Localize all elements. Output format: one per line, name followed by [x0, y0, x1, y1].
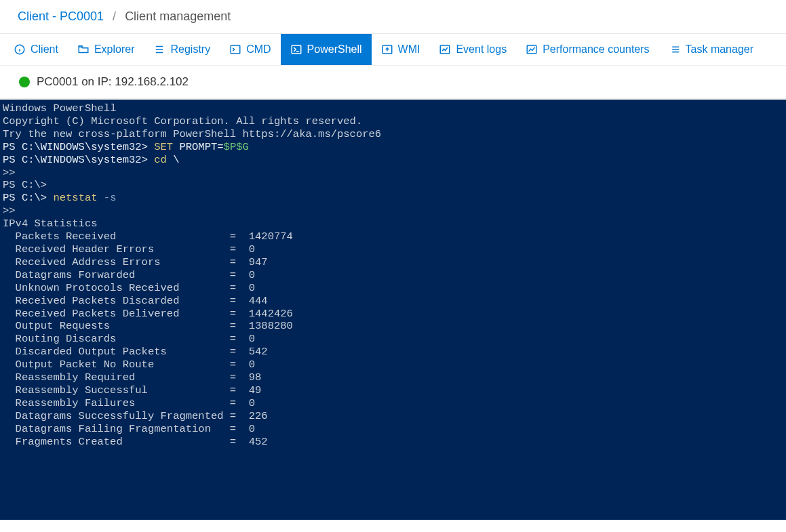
tab-registry[interactable]: Registry: [144, 34, 220, 65]
stats-value: 226: [249, 410, 268, 423]
image-alt-icon: [526, 43, 538, 56]
svg-rect-6: [231, 45, 240, 54]
powershell-terminal[interactable]: Windows PowerShellCopyright (C) Microsof…: [0, 100, 786, 520]
info-circle-icon: [14, 43, 26, 56]
stats-value: 947: [249, 256, 268, 269]
ps-token: cd: [154, 154, 167, 166]
stats-value: 0: [249, 423, 255, 436]
stats-row: Datagrams Forwarded= 0: [16, 269, 783, 282]
tab-client[interactable]: Client: [4, 34, 68, 65]
status-dot-icon: [19, 77, 30, 87]
ipv4-statistics: Packets Received= 1420774Received Header…: [16, 230, 783, 448]
stats-row: Received Packets Delivered= 1442426: [16, 308, 783, 321]
ps-token: netstat: [53, 192, 97, 204]
list-tree-icon: [153, 43, 165, 56]
stats-eq: =: [230, 410, 249, 423]
list-icon: [669, 43, 681, 56]
stats-value: 1388280: [249, 320, 293, 333]
stats-value: 452: [249, 436, 268, 449]
terminal-line: PS C:\WINDOWS\system32> cd \: [3, 154, 783, 167]
stats-value: 49: [249, 384, 262, 397]
stats-eq: =: [230, 359, 249, 371]
tab-events[interactable]: Event logs: [429, 34, 516, 65]
tab-label: Event logs: [456, 43, 507, 56]
tab-perf[interactable]: Performance counters: [516, 34, 659, 65]
stats-label: Fragments Created: [16, 436, 230, 449]
stats-eq: =: [230, 295, 249, 308]
tab-tasks[interactable]: Task manager: [659, 34, 764, 65]
stats-value: 444: [249, 295, 268, 308]
stats-row: Received Address Errors= 947: [16, 256, 783, 269]
stats-row: Packets Received= 1420774: [16, 230, 783, 243]
terminal-line: IPv4 Statistics: [3, 218, 783, 230]
stats-value: 1442426: [249, 308, 293, 321]
terminal-line: Try the new cross-platform PowerShell ht…: [3, 128, 783, 141]
stats-row: Unknown Protocols Received= 0: [16, 282, 783, 295]
tab-label: Client: [31, 43, 58, 56]
terminal-line: PS C:\WINDOWS\system32> SET PROMPT=$P$G: [3, 141, 783, 154]
stats-eq: =: [230, 371, 249, 384]
powershell-icon: [290, 43, 302, 56]
stats-label: Datagrams Successfully Fragmented: [16, 410, 230, 423]
stats-value: 0: [249, 243, 255, 256]
breadcrumb-separator: /: [113, 9, 116, 23]
stats-eq: =: [230, 256, 249, 269]
stats-label: Datagrams Failing Fragmentation: [16, 423, 230, 436]
ps-token: SET: [154, 141, 173, 153]
ps-token: $P$G: [224, 141, 249, 153]
stats-label: Output Requests: [16, 320, 230, 333]
stats-row: Discarded Output Packets= 542: [16, 346, 783, 359]
stats-value: 0: [249, 333, 255, 346]
stats-eq: =: [230, 308, 249, 321]
stats-eq: =: [230, 230, 249, 243]
stats-value: 0: [249, 397, 255, 410]
ps-prompt: PS C:\>: [3, 192, 53, 204]
stats-eq: =: [230, 320, 249, 333]
stats-value: 542: [249, 346, 268, 359]
stats-row: Reassembly Successful= 49: [16, 384, 783, 397]
breadcrumb: Client - PC0001 / Client management: [0, 0, 786, 34]
tab-label: Explorer: [94, 43, 135, 56]
tab-ps[interactable]: PowerShell: [281, 34, 372, 65]
stats-row: Routing Discards= 0: [16, 333, 783, 346]
tabs-bar: ClientExplorerRegistryCMDPowerShellWMIEv…: [0, 34, 786, 66]
terminal-icon: [229, 43, 241, 56]
stats-eq: =: [230, 282, 249, 295]
stats-row: Fragments Created= 452: [16, 436, 783, 449]
stats-label: Reassembly Required: [16, 371, 230, 384]
tab-explorer[interactable]: Explorer: [68, 34, 144, 65]
stats-label: Discarded Output Packets: [16, 346, 230, 359]
status-bar: PC0001 on IP: 192.168.2.102: [0, 66, 786, 100]
upload-icon: [381, 43, 393, 56]
stats-label: Output Packet No Route: [16, 359, 230, 371]
stats-eq: =: [230, 397, 249, 410]
ps-token: -s: [98, 192, 117, 204]
stats-eq: =: [230, 346, 249, 359]
stats-eq: =: [230, 436, 249, 449]
stats-eq: =: [230, 243, 249, 256]
tab-label: Registry: [170, 43, 210, 56]
folder-open-icon: [77, 43, 90, 56]
tab-wmi[interactable]: WMI: [372, 34, 430, 65]
tab-label: PowerShell: [307, 43, 362, 56]
stats-label: Received Packets Discarded: [16, 295, 230, 308]
stats-row: Output Requests= 1388280: [16, 320, 783, 333]
tab-label: WMI: [398, 43, 420, 56]
terminal-line: PS C:\> netstat -s: [3, 192, 783, 205]
chart-error-icon: [439, 43, 451, 56]
stats-label: Received Address Errors: [16, 256, 230, 269]
stats-value: 98: [249, 371, 262, 384]
stats-value: 0: [249, 269, 255, 282]
stats-eq: =: [230, 384, 249, 397]
stats-label: Received Header Errors: [16, 243, 230, 256]
tab-label: CMD: [246, 43, 271, 56]
tab-cmd[interactable]: CMD: [220, 34, 280, 65]
stats-row: Reassembly Required= 98: [16, 371, 783, 384]
ps-prompt: PS C:\WINDOWS\system32>: [3, 141, 154, 153]
tab-label: Task manager: [686, 43, 754, 56]
status-text: PC0001 on IP: 192.168.2.102: [37, 75, 189, 89]
breadcrumb-link-client[interactable]: Client - PC0001: [18, 9, 104, 23]
stats-label: Routing Discards: [16, 333, 230, 346]
stats-eq: =: [230, 333, 249, 346]
stats-row: Datagrams Failing Fragmentation= 0: [16, 423, 783, 436]
